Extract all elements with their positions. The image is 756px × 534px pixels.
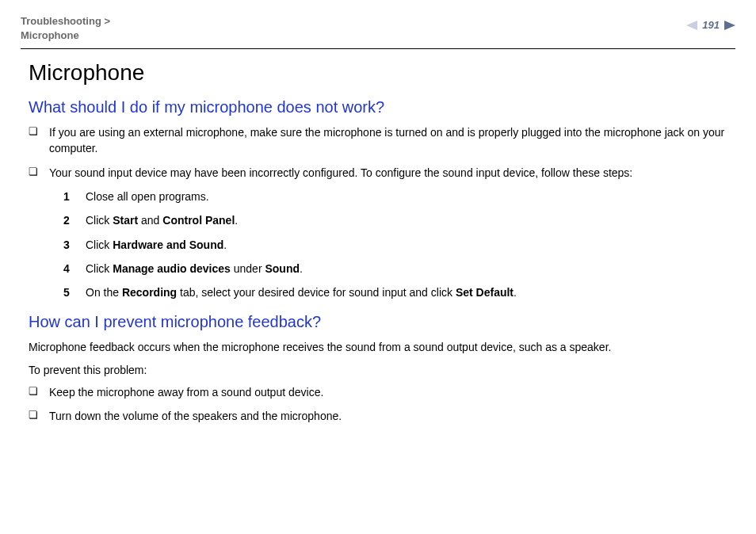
step-item: 4 Click Manage audio devices under Sound… <box>63 261 727 277</box>
checkbox-bullet-icon: ❏ <box>29 124 49 139</box>
breadcrumb: Troubleshooting > Microphone <box>21 14 110 42</box>
step-number: 2 <box>63 212 70 228</box>
step-item: 3 Click Hardware and Sound. <box>63 237 727 253</box>
list-item: ❏ Keep the microphone away from a sound … <box>29 384 727 400</box>
breadcrumb-line-1: Troubleshooting > <box>21 14 110 29</box>
step-text-post: . <box>235 214 238 227</box>
section-heading-not-working: What should I do if my microphone does n… <box>29 98 727 116</box>
step-number: 3 <box>63 237 70 253</box>
step-text-pre: On the <box>86 286 122 299</box>
step-text-bold: Set Default <box>456 286 514 299</box>
paragraph: To prevent this problem: <box>29 362 727 378</box>
list-item-text: Turn down the volume of the speakers and… <box>49 408 727 424</box>
step-number: 5 <box>63 284 70 300</box>
page-number: 191 <box>702 19 720 31</box>
step-item: 5 On the Recording tab, select your desi… <box>63 284 727 300</box>
step-item: 2 Click Start and Control Panel. <box>63 212 727 228</box>
step-text: Close all open programs. <box>86 190 209 203</box>
svg-marker-0 <box>686 21 697 30</box>
breadcrumb-line-2: Microphone <box>21 29 110 43</box>
step-text-mid: under <box>231 262 265 275</box>
step-text-pre: Click <box>86 262 113 275</box>
step-text-mid: tab, select your desired device for soun… <box>177 286 456 299</box>
svg-marker-1 <box>724 21 735 30</box>
content-area: Microphone What should I do if my microp… <box>21 60 735 425</box>
step-text-pre: Click <box>86 238 113 251</box>
list-item-text: If you are using an external microphone,… <box>49 124 727 157</box>
page-number-nav: 191 <box>686 14 735 31</box>
step-text-pre: Click <box>86 214 113 227</box>
step-number: 4 <box>63 261 70 277</box>
step-text-bold: Recording <box>122 286 177 299</box>
list-item: ❏ If you are using an external microphon… <box>29 124 727 157</box>
list-item: ❏ Your sound input device may have been … <box>29 165 727 181</box>
prev-page-icon[interactable] <box>686 21 697 30</box>
step-text-post: . <box>514 286 517 299</box>
list-item-text: Keep the microphone away from a sound ou… <box>49 384 727 400</box>
step-text-bold: Start <box>113 214 138 227</box>
step-text-bold: Hardware and Sound <box>113 238 223 251</box>
paragraph: Microphone feedback occurs when the micr… <box>29 339 727 355</box>
page-header: Troubleshooting > Microphone 191 <box>21 14 735 48</box>
step-text-bold: Control Panel <box>162 214 235 227</box>
steps-list: 1 Close all open programs. 2 Click Start… <box>29 189 727 300</box>
bullet-list-2: ❏ Keep the microphone away from a sound … <box>29 384 727 425</box>
step-item: 1 Close all open programs. <box>63 189 727 204</box>
step-number: 1 <box>63 189 70 204</box>
step-text-mid: and <box>138 214 162 227</box>
list-item: ❏ Turn down the volume of the speakers a… <box>29 408 727 424</box>
checkbox-bullet-icon: ❏ <box>29 384 49 399</box>
section-heading-feedback: How can I prevent microphone feedback? <box>29 313 727 331</box>
page-root: Troubleshooting > Microphone 191 Microph… <box>0 0 756 425</box>
step-text-bold: Sound <box>265 262 300 275</box>
header-divider <box>21 48 735 49</box>
step-text-post: . <box>300 262 303 275</box>
list-item-text: Your sound input device may have been in… <box>49 165 727 181</box>
page-title: Microphone <box>29 60 727 86</box>
step-text-post: . <box>223 238 227 251</box>
checkbox-bullet-icon: ❏ <box>29 165 49 180</box>
step-text-bold: Manage audio devices <box>113 262 231 275</box>
next-page-icon[interactable] <box>724 21 735 30</box>
bullet-list-1: ❏ If you are using an external microphon… <box>29 124 727 181</box>
checkbox-bullet-icon: ❏ <box>29 408 49 423</box>
